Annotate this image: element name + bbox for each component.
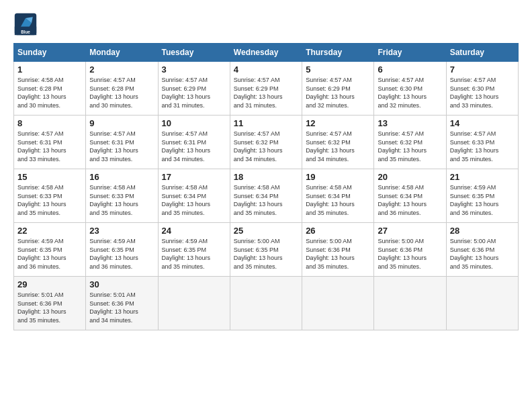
- header-row: SundayMondayTuesdayWednesdayThursdayFrid…: [14, 44, 519, 62]
- day-info: Sunrise: 4:57 AM Sunset: 6:32 PM Dayligh…: [234, 130, 298, 163]
- weekday-header: Friday: [374, 44, 446, 62]
- day-number: 5: [306, 64, 370, 75]
- day-number: 28: [450, 226, 515, 236]
- weekday-header: Sunday: [14, 44, 86, 62]
- day-number: 21: [450, 172, 515, 182]
- calendar-cell: 19Sunrise: 4:58 AM Sunset: 6:34 PM Dayli…: [302, 169, 374, 223]
- calendar-cell: 15Sunrise: 4:58 AM Sunset: 6:33 PM Dayli…: [14, 169, 86, 223]
- weekday-header: Monday: [86, 44, 158, 62]
- calendar-cell: 6Sunrise: 4:57 AM Sunset: 6:30 PM Daylig…: [374, 62, 446, 116]
- day-number: 20: [378, 172, 442, 182]
- calendar-row: 15Sunrise: 4:58 AM Sunset: 6:33 PM Dayli…: [14, 169, 519, 223]
- day-info: Sunrise: 4:59 AM Sunset: 6:35 PM Dayligh…: [89, 237, 154, 271]
- day-number: 24: [162, 226, 226, 236]
- day-info: Sunrise: 4:57 AM Sunset: 6:29 PM Dayligh…: [234, 76, 298, 109]
- day-info: Sunrise: 5:00 AM Sunset: 6:36 PM Dayligh…: [306, 237, 370, 271]
- day-info: Sunrise: 5:00 AM Sunset: 6:36 PM Dayligh…: [450, 237, 515, 271]
- weekday-header: Saturday: [446, 44, 518, 62]
- day-number: 4: [234, 64, 298, 75]
- svg-text:Blue: Blue: [21, 30, 30, 34]
- day-info: Sunrise: 4:58 AM Sunset: 6:34 PM Dayligh…: [378, 183, 442, 217]
- day-number: 6: [378, 64, 442, 75]
- day-number: 13: [378, 118, 442, 128]
- calendar-cell: 12Sunrise: 4:57 AM Sunset: 6:32 PM Dayli…: [302, 116, 374, 169]
- day-number: 12: [306, 118, 370, 128]
- calendar-row: 8Sunrise: 4:57 AM Sunset: 6:31 PM Daylig…: [14, 116, 519, 169]
- logo-icon: Blue: [13, 12, 38, 36]
- calendar-table: SundayMondayTuesdayWednesdayThursdayFrid…: [13, 43, 519, 330]
- day-number: 30: [89, 279, 154, 289]
- day-info: Sunrise: 4:59 AM Sunset: 6:35 PM Dayligh…: [450, 183, 515, 217]
- day-info: Sunrise: 5:01 AM Sunset: 6:36 PM Dayligh…: [89, 291, 154, 324]
- calendar-cell: 13Sunrise: 4:57 AM Sunset: 6:32 PM Dayli…: [374, 116, 446, 169]
- calendar-cell: 10Sunrise: 4:57 AM Sunset: 6:31 PM Dayli…: [158, 116, 230, 169]
- day-number: 23: [89, 226, 154, 236]
- calendar-cell: 1Sunrise: 4:58 AM Sunset: 6:28 PM Daylig…: [14, 62, 86, 116]
- day-info: Sunrise: 4:58 AM Sunset: 6:34 PM Dayligh…: [234, 183, 298, 217]
- day-number: 17: [162, 172, 226, 182]
- calendar-row: 29Sunrise: 5:01 AM Sunset: 6:36 PM Dayli…: [14, 277, 519, 330]
- day-info: Sunrise: 4:59 AM Sunset: 6:35 PM Dayligh…: [162, 237, 226, 271]
- day-info: Sunrise: 4:58 AM Sunset: 6:33 PM Dayligh…: [17, 183, 82, 217]
- day-info: Sunrise: 5:00 AM Sunset: 6:36 PM Dayligh…: [378, 237, 442, 271]
- day-number: 3: [162, 64, 226, 75]
- calendar-body: 1Sunrise: 4:58 AM Sunset: 6:28 PM Daylig…: [14, 62, 519, 330]
- weekday-header: Tuesday: [158, 44, 230, 62]
- calendar-cell: 14Sunrise: 4:57 AM Sunset: 6:33 PM Dayli…: [446, 116, 518, 169]
- day-info: Sunrise: 4:58 AM Sunset: 6:34 PM Dayligh…: [162, 183, 226, 217]
- calendar-cell: 24Sunrise: 4:59 AM Sunset: 6:35 PM Dayli…: [158, 223, 230, 277]
- day-number: 7: [450, 64, 515, 75]
- day-info: Sunrise: 4:57 AM Sunset: 6:32 PM Dayligh…: [378, 130, 442, 163]
- day-info: Sunrise: 4:58 AM Sunset: 6:34 PM Dayligh…: [306, 183, 370, 217]
- day-info: Sunrise: 4:59 AM Sunset: 6:35 PM Dayligh…: [17, 237, 82, 271]
- day-number: 10: [162, 118, 226, 128]
- day-info: Sunrise: 4:58 AM Sunset: 6:28 PM Dayligh…: [17, 76, 82, 109]
- day-info: Sunrise: 4:57 AM Sunset: 6:32 PM Dayligh…: [306, 130, 370, 163]
- calendar-cell: 22Sunrise: 4:59 AM Sunset: 6:35 PM Dayli…: [14, 223, 86, 277]
- calendar-row: 1Sunrise: 4:58 AM Sunset: 6:28 PM Daylig…: [14, 62, 519, 116]
- calendar-cell: 30Sunrise: 5:01 AM Sunset: 6:36 PM Dayli…: [86, 277, 158, 330]
- calendar-cell: 21Sunrise: 4:59 AM Sunset: 6:35 PM Dayli…: [446, 169, 518, 223]
- day-number: 16: [89, 172, 154, 182]
- header: Blue: [13, 12, 519, 36]
- day-number: 2: [89, 64, 154, 75]
- calendar-cell: [158, 277, 230, 330]
- calendar-cell: 11Sunrise: 4:57 AM Sunset: 6:32 PM Dayli…: [230, 116, 302, 169]
- calendar-cell: 7Sunrise: 4:57 AM Sunset: 6:30 PM Daylig…: [446, 62, 518, 116]
- day-number: 8: [17, 118, 82, 128]
- day-number: 15: [17, 172, 82, 182]
- day-number: 27: [378, 226, 442, 236]
- calendar-cell: 9Sunrise: 4:57 AM Sunset: 6:31 PM Daylig…: [86, 116, 158, 169]
- day-info: Sunrise: 4:57 AM Sunset: 6:29 PM Dayligh…: [306, 76, 370, 109]
- day-number: 26: [306, 226, 370, 236]
- calendar-cell: [230, 277, 302, 330]
- calendar-cell: 4Sunrise: 4:57 AM Sunset: 6:29 PM Daylig…: [230, 62, 302, 116]
- day-info: Sunrise: 4:57 AM Sunset: 6:30 PM Dayligh…: [450, 76, 515, 109]
- calendar-cell: 16Sunrise: 4:58 AM Sunset: 6:33 PM Dayli…: [86, 169, 158, 223]
- day-info: Sunrise: 4:57 AM Sunset: 6:29 PM Dayligh…: [162, 76, 226, 109]
- page: Blue SundayMondayTuesdayWednesdayThursda…: [0, 0, 532, 337]
- calendar-cell: 3Sunrise: 4:57 AM Sunset: 6:29 PM Daylig…: [158, 62, 230, 116]
- calendar-cell: 20Sunrise: 4:58 AM Sunset: 6:34 PM Dayli…: [374, 169, 446, 223]
- day-number: 1: [17, 64, 82, 75]
- day-number: 9: [89, 118, 154, 128]
- calendar-cell: [302, 277, 374, 330]
- day-number: 22: [17, 226, 82, 236]
- day-number: 29: [17, 279, 82, 289]
- day-info: Sunrise: 5:01 AM Sunset: 6:36 PM Dayligh…: [17, 291, 82, 324]
- day-number: 19: [306, 172, 370, 182]
- calendar-cell: 17Sunrise: 4:58 AM Sunset: 6:34 PM Dayli…: [158, 169, 230, 223]
- day-info: Sunrise: 4:57 AM Sunset: 6:31 PM Dayligh…: [17, 130, 82, 163]
- logo: Blue: [13, 12, 42, 36]
- day-number: 14: [450, 118, 515, 128]
- calendar-cell: 8Sunrise: 4:57 AM Sunset: 6:31 PM Daylig…: [14, 116, 86, 169]
- weekday-header: Thursday: [302, 44, 374, 62]
- calendar-cell: 2Sunrise: 4:57 AM Sunset: 6:28 PM Daylig…: [86, 62, 158, 116]
- calendar-cell: 27Sunrise: 5:00 AM Sunset: 6:36 PM Dayli…: [374, 223, 446, 277]
- day-info: Sunrise: 4:57 AM Sunset: 6:31 PM Dayligh…: [89, 130, 154, 163]
- calendar-cell: 23Sunrise: 4:59 AM Sunset: 6:35 PM Dayli…: [86, 223, 158, 277]
- day-number: 11: [234, 118, 298, 128]
- calendar-cell: 28Sunrise: 5:00 AM Sunset: 6:36 PM Dayli…: [446, 223, 518, 277]
- day-info: Sunrise: 4:58 AM Sunset: 6:33 PM Dayligh…: [89, 183, 154, 217]
- day-info: Sunrise: 4:57 AM Sunset: 6:33 PM Dayligh…: [450, 130, 515, 163]
